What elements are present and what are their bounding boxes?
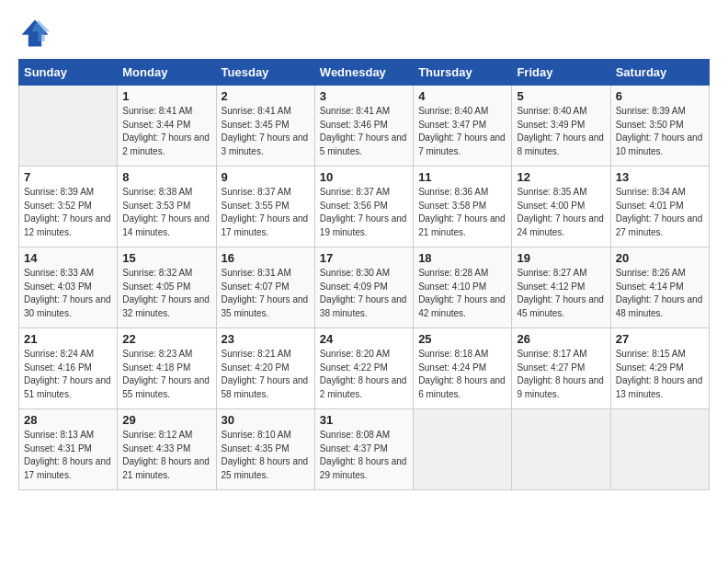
day-cell: 13Sunrise: 8:34 AM Sunset: 4:01 PM Dayli… (610, 167, 709, 247)
day-number: 20 (616, 251, 704, 265)
day-detail: Sunrise: 8:39 AM Sunset: 3:50 PM Dayligh… (616, 105, 704, 158)
day-cell (19, 86, 118, 167)
weekday-header-thursday: Thursday (414, 60, 512, 86)
day-detail: Sunrise: 8:24 AM Sunset: 4:16 PM Dayligh… (24, 348, 112, 401)
day-detail: Sunrise: 8:23 AM Sunset: 4:18 PM Dayligh… (122, 348, 210, 401)
day-cell: 23Sunrise: 8:21 AM Sunset: 4:20 PM Dayli… (216, 328, 314, 409)
day-detail: Sunrise: 8:40 AM Sunset: 3:47 PM Dayligh… (418, 105, 506, 158)
day-detail: Sunrise: 8:41 AM Sunset: 3:46 PM Dayligh… (320, 105, 408, 158)
day-number: 4 (418, 89, 506, 103)
day-number: 25 (418, 332, 506, 346)
week-row-5: 28Sunrise: 8:13 AM Sunset: 4:31 PM Dayli… (19, 409, 710, 490)
day-cell: 25Sunrise: 8:18 AM Sunset: 4:24 PM Dayli… (414, 328, 512, 409)
day-detail: Sunrise: 8:37 AM Sunset: 3:56 PM Dayligh… (320, 186, 408, 239)
day-number: 27 (616, 332, 704, 346)
day-detail: Sunrise: 8:41 AM Sunset: 3:44 PM Dayligh… (122, 105, 210, 158)
day-cell: 8Sunrise: 8:38 AM Sunset: 3:53 PM Daylig… (118, 167, 216, 247)
day-number: 22 (122, 332, 210, 346)
day-cell: 7Sunrise: 8:39 AM Sunset: 3:52 PM Daylig… (19, 167, 118, 247)
day-number: 31 (320, 413, 408, 427)
day-cell: 10Sunrise: 8:37 AM Sunset: 3:56 PM Dayli… (314, 167, 413, 247)
day-detail: Sunrise: 8:21 AM Sunset: 4:20 PM Dayligh… (222, 348, 310, 401)
day-detail: Sunrise: 8:36 AM Sunset: 3:58 PM Dayligh… (418, 186, 506, 239)
day-number: 13 (616, 170, 704, 184)
day-number: 11 (418, 170, 506, 184)
day-number: 5 (517, 89, 605, 103)
day-detail: Sunrise: 8:28 AM Sunset: 4:10 PM Dayligh… (418, 267, 506, 320)
header (18, 17, 710, 50)
day-detail: Sunrise: 8:10 AM Sunset: 4:35 PM Dayligh… (222, 429, 310, 482)
day-detail: Sunrise: 8:37 AM Sunset: 3:55 PM Dayligh… (222, 186, 310, 239)
day-detail: Sunrise: 8:41 AM Sunset: 3:45 PM Dayligh… (222, 105, 310, 158)
day-cell: 22Sunrise: 8:23 AM Sunset: 4:18 PM Dayli… (118, 328, 216, 409)
week-row-1: 1Sunrise: 8:41 AM Sunset: 3:44 PM Daylig… (19, 86, 710, 167)
day-detail: Sunrise: 8:18 AM Sunset: 4:24 PM Dayligh… (418, 348, 506, 401)
weekday-header-monday: Monday (118, 60, 216, 86)
day-number: 7 (24, 170, 112, 184)
day-number: 12 (517, 170, 605, 184)
day-cell: 14Sunrise: 8:33 AM Sunset: 4:03 PM Dayli… (19, 247, 118, 328)
day-number: 2 (222, 89, 310, 103)
day-cell: 9Sunrise: 8:37 AM Sunset: 3:55 PM Daylig… (216, 167, 314, 247)
day-detail: Sunrise: 8:40 AM Sunset: 3:49 PM Dayligh… (517, 105, 605, 158)
day-cell: 12Sunrise: 8:35 AM Sunset: 4:00 PM Dayli… (512, 167, 610, 247)
day-cell: 6Sunrise: 8:39 AM Sunset: 3:50 PM Daylig… (610, 86, 709, 167)
day-cell (610, 409, 709, 490)
day-cell (512, 409, 610, 490)
day-detail: Sunrise: 8:12 AM Sunset: 4:33 PM Dayligh… (122, 429, 210, 482)
day-number: 18 (418, 251, 506, 265)
day-detail: Sunrise: 8:33 AM Sunset: 4:03 PM Dayligh… (24, 267, 112, 320)
weekday-header-tuesday: Tuesday (216, 60, 314, 86)
day-number: 26 (517, 332, 605, 346)
day-number: 16 (222, 251, 310, 265)
day-detail: Sunrise: 8:35 AM Sunset: 4:00 PM Dayligh… (517, 186, 605, 239)
day-detail: Sunrise: 8:34 AM Sunset: 4:01 PM Dayligh… (616, 186, 704, 239)
day-number: 30 (222, 413, 310, 427)
day-cell: 1Sunrise: 8:41 AM Sunset: 3:44 PM Daylig… (118, 86, 216, 167)
weekday-header-sunday: Sunday (19, 60, 118, 86)
day-cell: 3Sunrise: 8:41 AM Sunset: 3:46 PM Daylig… (314, 86, 413, 167)
day-cell: 29Sunrise: 8:12 AM Sunset: 4:33 PM Dayli… (118, 409, 216, 490)
calendar-table: SundayMondayTuesdayWednesdayThursdayFrid… (18, 59, 710, 490)
page: SundayMondayTuesdayWednesdayThursdayFrid… (0, 0, 728, 563)
day-cell: 26Sunrise: 8:17 AM Sunset: 4:27 PM Dayli… (512, 328, 610, 409)
day-number: 1 (122, 89, 210, 103)
day-cell: 5Sunrise: 8:40 AM Sunset: 3:49 PM Daylig… (512, 86, 610, 167)
day-cell: 30Sunrise: 8:10 AM Sunset: 4:35 PM Dayli… (216, 409, 314, 490)
day-number: 29 (122, 413, 210, 427)
day-detail: Sunrise: 8:32 AM Sunset: 4:05 PM Dayligh… (122, 267, 210, 320)
day-number: 10 (320, 170, 408, 184)
day-cell: 11Sunrise: 8:36 AM Sunset: 3:58 PM Dayli… (414, 167, 512, 247)
day-cell: 28Sunrise: 8:13 AM Sunset: 4:31 PM Dayli… (19, 409, 118, 490)
day-cell: 18Sunrise: 8:28 AM Sunset: 4:10 PM Dayli… (414, 247, 512, 328)
day-detail: Sunrise: 8:26 AM Sunset: 4:14 PM Dayligh… (616, 267, 704, 320)
day-detail: Sunrise: 8:27 AM Sunset: 4:12 PM Dayligh… (517, 267, 605, 320)
day-number: 23 (222, 332, 310, 346)
day-number: 8 (122, 170, 210, 184)
weekday-header-wednesday: Wednesday (314, 60, 413, 86)
day-detail: Sunrise: 8:38 AM Sunset: 3:53 PM Dayligh… (122, 186, 210, 239)
day-detail: Sunrise: 8:31 AM Sunset: 4:07 PM Dayligh… (222, 267, 310, 320)
day-detail: Sunrise: 8:08 AM Sunset: 4:37 PM Dayligh… (320, 429, 408, 482)
day-detail: Sunrise: 8:13 AM Sunset: 4:31 PM Dayligh… (24, 429, 112, 482)
day-number: 3 (320, 89, 408, 103)
day-number: 15 (122, 251, 210, 265)
day-detail: Sunrise: 8:15 AM Sunset: 4:29 PM Dayligh… (616, 348, 704, 401)
day-cell (414, 409, 512, 490)
week-row-4: 21Sunrise: 8:24 AM Sunset: 4:16 PM Dayli… (19, 328, 710, 409)
day-cell: 2Sunrise: 8:41 AM Sunset: 3:45 PM Daylig… (216, 86, 314, 167)
day-detail: Sunrise: 8:39 AM Sunset: 3:52 PM Dayligh… (24, 186, 112, 239)
day-number: 24 (320, 332, 408, 346)
day-number: 14 (24, 251, 112, 265)
weekday-header-row: SundayMondayTuesdayWednesdayThursdayFrid… (19, 60, 710, 86)
day-number: 17 (320, 251, 408, 265)
day-cell: 27Sunrise: 8:15 AM Sunset: 4:29 PM Dayli… (610, 328, 709, 409)
weekday-header-friday: Friday (512, 60, 610, 86)
day-detail: Sunrise: 8:20 AM Sunset: 4:22 PM Dayligh… (320, 348, 408, 401)
week-row-2: 7Sunrise: 8:39 AM Sunset: 3:52 PM Daylig… (19, 167, 710, 247)
weekday-header-saturday: Saturday (610, 60, 709, 86)
day-detail: Sunrise: 8:30 AM Sunset: 4:09 PM Dayligh… (320, 267, 408, 320)
week-row-3: 14Sunrise: 8:33 AM Sunset: 4:03 PM Dayli… (19, 247, 710, 328)
day-number: 9 (222, 170, 310, 184)
day-cell: 16Sunrise: 8:31 AM Sunset: 4:07 PM Dayli… (216, 247, 314, 328)
